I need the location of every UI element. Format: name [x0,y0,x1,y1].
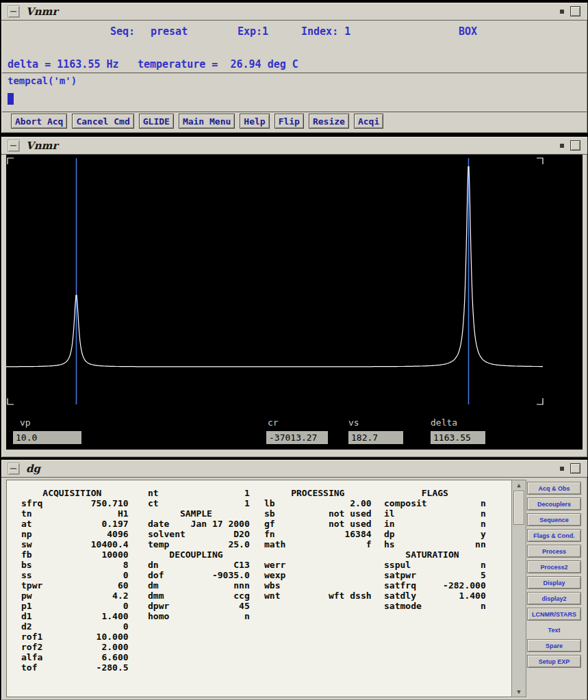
window-dot-icon[interactable] [560,10,564,14]
dg-column-flags: FLAGS composit n il n in n dp y hs nn SA… [384,488,486,611]
command-text: tempcal('m') [8,75,77,86]
exp-value: Exp:1 [238,25,268,38]
menu-spare-button[interactable]: Spare [527,639,581,652]
delta-label: delta [431,417,457,428]
menu-acq-obs-button[interactable]: Acq & Obs [527,482,581,495]
box-indicator: BOX [459,25,477,38]
menu-lcnmr-stars-button[interactable]: LCNMR/STARS [527,608,581,621]
vnmr-command-window: Vnmr Seq: presat Exp:1 Index: 1 BOX delt… [1,2,588,133]
dg-menu-panel: Acq & Obs Decouplers Sequence Flags & Co… [527,482,581,668]
delta-readout: delta = 1163.55 Hz [8,58,119,70]
maximize-icon[interactable] [570,6,580,16]
menu-dash-icon [10,11,16,12]
window-menu-icon[interactable] [8,6,19,17]
window-title: Vnmr [26,140,57,152]
dg-window: dg ACQUISITION sfrq 750.710 tn H1 at 0.1… [1,459,588,700]
spectrum-canvas[interactable]: vp cr vs delta 10.0 -37013.27 182.7 1163… [6,155,583,450]
scroll-down-icon[interactable]: ▼ [512,688,526,696]
window-dot-icon[interactable] [560,467,564,471]
vp-value: 10.0 [13,431,81,444]
scrollbar-thumb[interactable] [513,491,524,525]
cancel-cmd-button[interactable]: Cancel Cmd [72,114,133,129]
window-menu-icon[interactable] [8,463,19,474]
scrollbar[interactable]: ▲ ▼ [511,480,526,697]
vs-label: vs [348,417,359,428]
maximize-icon[interactable] [570,463,580,474]
glide-button[interactable]: GLIDE [139,114,174,129]
main-menu-button[interactable]: Main Menu [179,114,235,129]
help-button[interactable]: Help [240,114,269,129]
acqi-button[interactable]: Acqi [354,114,383,129]
vp-label: vp [20,417,31,428]
resize-button[interactable]: Resize [309,114,349,129]
menu-setup-exp-button[interactable]: Setup EXP [527,655,581,668]
spectrum-trace [6,167,543,367]
dg-window-titlebar[interactable]: dg [1,460,587,478]
menu-decouplers-button[interactable]: Decouplers [527,497,581,510]
dg-column-acquisition: ACQUISITION sfrq 750.710 tn H1 at 0.197 … [21,488,129,673]
seq-value: presat [151,25,188,38]
window-dot-icon[interactable] [560,144,564,148]
vnmr-graphics-window: Vnmr vp cr vs delta 10.0 -37013.27 182.7… [1,136,588,458]
dg-column-sample: nt 1 ct 1 SAMPLE date Jan 17 2000 solven… [148,488,250,621]
abort-acq-button[interactable]: Abort Acq [11,114,67,129]
window-menu-icon[interactable] [8,140,19,151]
command-button-row: Abort Acq Cancel Cmd GLIDE Main Menu Hel… [11,114,383,129]
menu-flags-cond-button[interactable]: Flags & Cond. [527,529,581,542]
menu-process2-button[interactable]: Process2 [527,560,581,573]
dg-column-processing: PROCESSING lb 2.00 sb not used gf not us… [264,488,372,601]
menu-text-button[interactable]: Text [527,623,581,636]
menu-dash-icon [10,468,16,469]
cr-label: cr [268,417,279,428]
delta-value: 1163.55 [431,431,485,444]
menu-display2-button[interactable]: display2 [527,592,581,605]
parameter-display-area: ACQUISITION sfrq 750.710 tn H1 at 0.197 … [6,480,513,697]
graphics-window-titlebar[interactable]: Vnmr [1,137,587,155]
window-title: Vnmr [26,5,57,18]
menu-sequence-button[interactable]: Sequence [527,513,581,526]
vs-value: 182.7 [348,431,403,444]
maximize-icon[interactable] [570,140,580,151]
temperature-readout: temperature = 26.94 deg C [138,58,298,70]
command-window-titlebar[interactable]: Vnmr [1,3,587,21]
flip-button[interactable]: Flip [274,114,304,129]
menu-dash-icon [10,145,16,146]
plot-corner-brackets [8,158,543,404]
cr-value: -37013.27 [266,431,328,444]
window-title: dg [26,463,40,475]
text-cursor-block [8,93,14,105]
seq-label: Seq: [110,25,135,38]
menu-display-button[interactable]: Display [527,576,581,589]
index-value: Index: 1 [301,25,350,38]
menu-process-button[interactable]: Process [527,545,581,558]
command-input-area[interactable]: tempcal('m') [2,73,587,112]
scroll-up-icon[interactable]: ▲ [512,481,526,489]
